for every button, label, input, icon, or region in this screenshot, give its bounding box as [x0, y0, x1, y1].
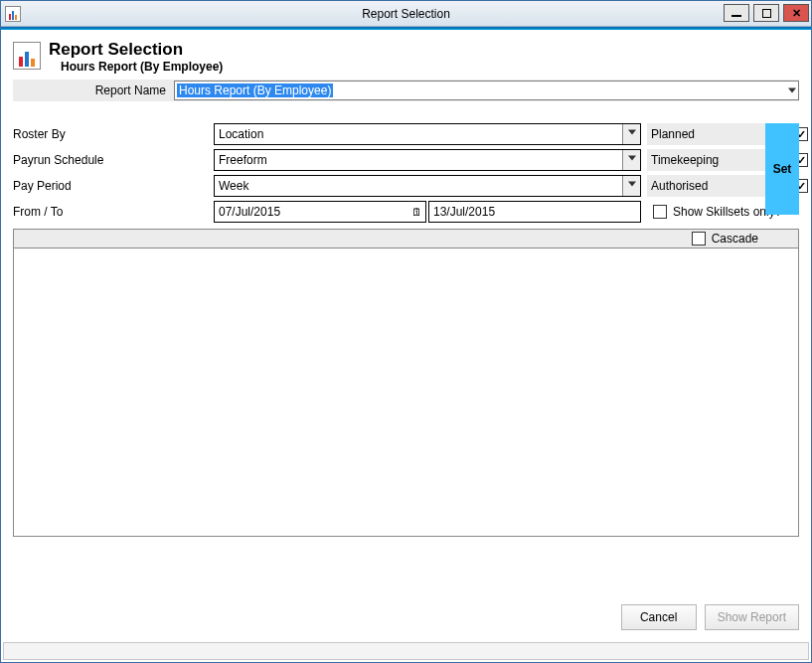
report-selection-window: Report Selection ✕ Report Selection Hour… [0, 0, 812, 663]
report-name-row: Report Name Hours Report (By Employee) [13, 80, 799, 101]
footer-bar: Cancel Show Report [13, 598, 799, 634]
payrun-schedule-combo[interactable]: Freeform [214, 149, 641, 171]
chevron-down-icon [622, 176, 640, 196]
titlebar: Report Selection ✕ [1, 1, 811, 27]
page-title: Report Selection [49, 40, 223, 60]
results-panel: Cascade [13, 229, 799, 537]
set-button[interactable]: Set [765, 123, 799, 215]
planned-label: Planned [651, 127, 695, 141]
pay-period-combo[interactable]: Week [214, 175, 641, 197]
cancel-button[interactable]: Cancel [621, 604, 697, 630]
chevron-down-icon [622, 150, 640, 170]
payrun-schedule-value: Freeform [219, 153, 267, 167]
from-date-value: 07/Jul/2015 [219, 205, 280, 219]
page-header: Report Selection Hours Report (By Employ… [13, 40, 799, 80]
results-header: Cascade [13, 229, 799, 249]
report-icon [13, 42, 41, 70]
app-icon [5, 6, 21, 22]
chevron-down-icon [622, 124, 640, 144]
page-subtitle: Hours Report (By Employee) [49, 60, 223, 74]
authorised-label: Authorised [651, 179, 708, 193]
roster-by-label: Roster By [13, 127, 208, 141]
roster-by-value: Location [219, 127, 263, 141]
maximize-button[interactable] [753, 4, 779, 22]
cascade-checkbox[interactable] [692, 232, 706, 246]
chevron-down-icon [788, 88, 796, 93]
status-bar [3, 642, 809, 660]
filter-grid: Roster By Location Planned Payrun Schedu… [13, 123, 759, 223]
pay-period-label: Pay Period [13, 179, 208, 193]
roster-by-combo[interactable]: Location [214, 123, 641, 145]
report-name-value: Hours Report (By Employee) [177, 83, 333, 97]
pay-period-value: Week [219, 179, 248, 193]
from-to-label: From / To [13, 205, 208, 219]
report-name-label: Report Name [13, 83, 174, 97]
timekeeping-label: Timekeeping [651, 153, 719, 167]
calendar-icon[interactable]: 🗓 [407, 202, 425, 222]
show-report-button[interactable]: Show Report [705, 604, 799, 630]
report-name-combo[interactable]: Hours Report (By Employee) [174, 81, 799, 100]
window-title: Report Selection [1, 7, 811, 21]
results-body [13, 249, 799, 537]
to-date-field[interactable]: 13/Jul/2015 [428, 201, 641, 223]
minimize-button[interactable] [724, 4, 749, 22]
to-date-value: 13/Jul/2015 [433, 205, 495, 219]
from-date-field[interactable]: 07/Jul/2015 🗓 [214, 201, 426, 223]
payrun-schedule-label: Payrun Schedule [13, 153, 208, 167]
close-button[interactable]: ✕ [783, 4, 809, 22]
skillsets-checkbox[interactable] [653, 205, 667, 219]
cascade-label: Cascade [712, 232, 758, 246]
